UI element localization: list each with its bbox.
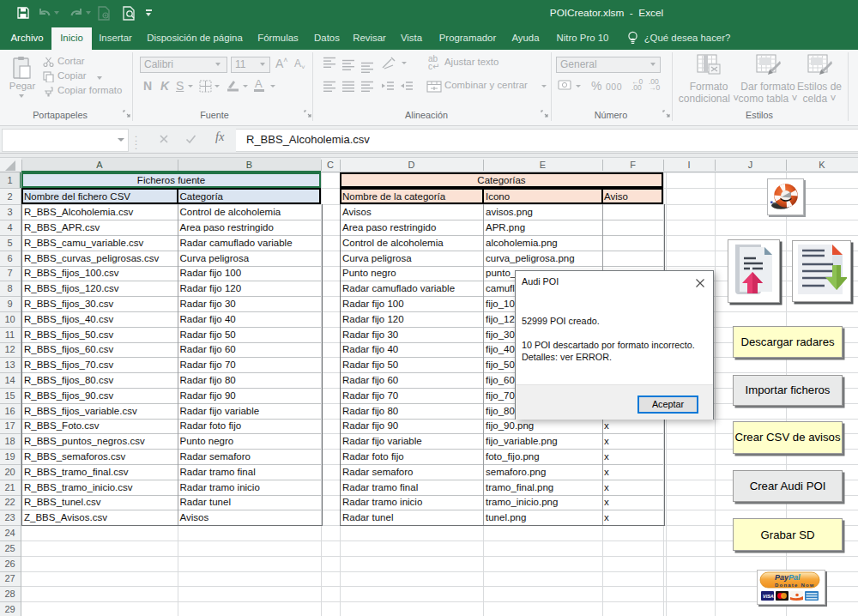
svg-text:VISA: VISA xyxy=(763,594,774,599)
svg-text:Donate Now: Donate Now xyxy=(775,583,815,588)
svg-text:Pay: Pay xyxy=(775,573,789,582)
svg-text:Pal: Pal xyxy=(789,573,801,582)
